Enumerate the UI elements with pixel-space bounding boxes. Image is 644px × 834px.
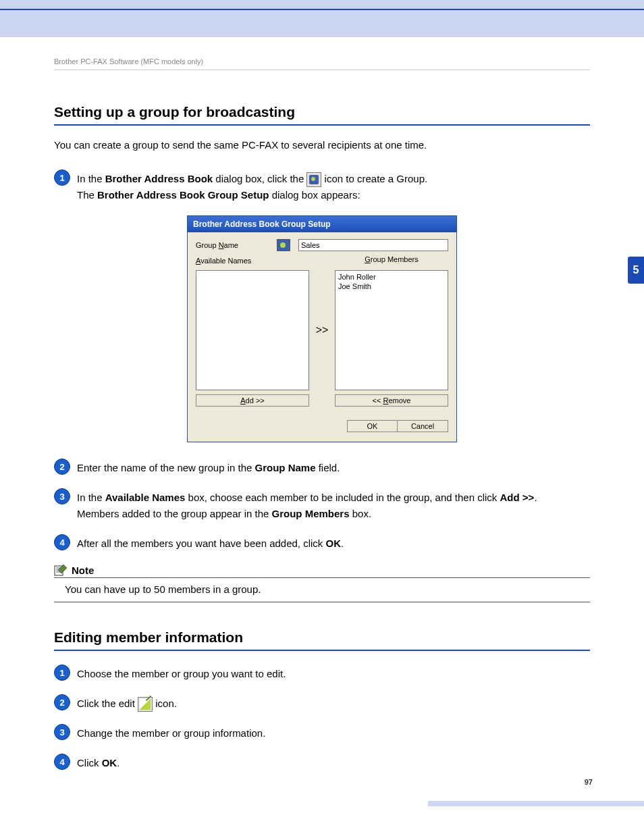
- bottom-accent-bar: [428, 801, 644, 806]
- step-number-icon: 2: [54, 459, 70, 475]
- note-block: Note You can have up to 50 members in a …: [54, 564, 590, 602]
- step-number-icon: 1: [54, 170, 70, 186]
- step-body: Click OK.: [77, 754, 590, 771]
- ok-button[interactable]: OK: [347, 420, 398, 432]
- note-body: You can have up to 50 members in a group…: [54, 578, 590, 602]
- list-item[interactable]: John Roller: [338, 272, 445, 282]
- step-2: 2 Enter the name of the new group in the…: [54, 459, 590, 476]
- note-icon: [54, 564, 68, 576]
- step-body: In the Brother Address Book dialog box, …: [77, 170, 590, 203]
- step-number-icon: 4: [54, 754, 70, 770]
- step-3: 3 In the Available Names box, choose eac…: [54, 488, 590, 522]
- step-body: Choose the member or group you want to e…: [77, 664, 590, 682]
- step-body: Change the member or group information.: [77, 724, 590, 741]
- group-members-label: Group Members: [335, 255, 448, 263]
- cancel-button[interactable]: Cancel: [398, 420, 448, 432]
- move-right-icon: >>: [316, 324, 329, 336]
- step-body: In the Available Names box, choose each …: [77, 488, 590, 522]
- remove-button[interactable]: << Remove: [335, 394, 448, 407]
- add-button[interactable]: Add >>: [196, 394, 309, 407]
- group-name-label: Group Name: [196, 241, 277, 249]
- note-label: Note: [72, 565, 94, 576]
- step-4: 4 After all the members you want have be…: [54, 534, 590, 552]
- group-name-input[interactable]: [298, 239, 448, 251]
- dialog-titlebar: Brother Address Book Group Setup: [188, 216, 456, 232]
- list-item[interactable]: Joe Smith: [338, 282, 445, 291]
- step-number-icon: 4: [54, 534, 70, 550]
- running-header: Brother PC-FAX Software (MFC models only…: [54, 57, 590, 70]
- available-names-list[interactable]: [196, 270, 309, 390]
- step-body: Click the edit icon.: [77, 694, 590, 712]
- intro-text: You can create a group to send the same …: [54, 139, 590, 151]
- step-number-icon: 3: [54, 724, 70, 740]
- group-members-list[interactable]: John Roller Joe Smith: [335, 270, 448, 390]
- section-heading-1: Setting up a group for broadcasting: [54, 104, 590, 126]
- step-2: 2 Click the edit icon.: [54, 694, 590, 712]
- step-3: 3 Change the member or group information…: [54, 724, 590, 741]
- step-number-icon: 2: [54, 694, 70, 710]
- step-1: 1 In the Brother Address Book dialog box…: [54, 170, 590, 203]
- group-setup-dialog: Brother Address Book Group Setup Group N…: [187, 215, 457, 442]
- group-dialog-icon: [277, 239, 290, 251]
- available-names-label: Available Names: [196, 257, 309, 265]
- edit-icon: [138, 697, 153, 712]
- page-number: 97: [585, 778, 593, 786]
- step-4: 4 Click OK.: [54, 754, 590, 771]
- step-body: After all the members you want have been…: [77, 534, 590, 552]
- step-body: Enter the name of the new group in the G…: [77, 459, 590, 476]
- section-heading-2: Editing member information: [54, 629, 590, 651]
- group-icon: [306, 172, 321, 187]
- step-number-icon: 3: [54, 488, 70, 504]
- top-band: [0, 0, 644, 37]
- chapter-tab: 5: [628, 257, 644, 284]
- step-number-icon: 1: [54, 664, 70, 681]
- step-1: 1 Choose the member or group you want to…: [54, 664, 590, 682]
